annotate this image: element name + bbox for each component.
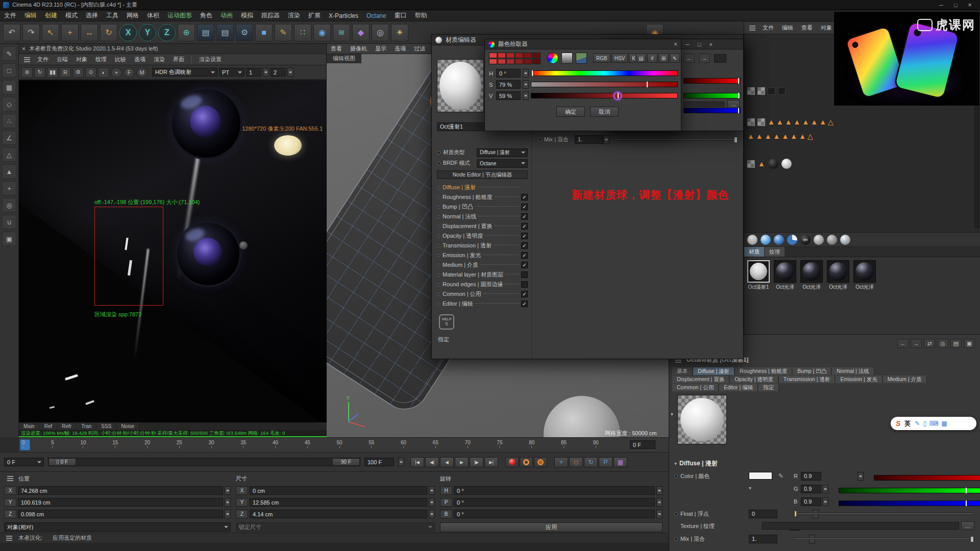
lv-pick-material-icon[interactable]: ◐ (98, 67, 109, 78)
coordinate-stepper[interactable] (429, 510, 435, 518)
keyboard-icon[interactable]: ⌨ (929, 420, 938, 427)
coordinate-stepper[interactable] (225, 498, 231, 507)
apply-button[interactable]: 应用 (440, 522, 663, 532)
coordinate-stepper[interactable] (429, 498, 435, 507)
x-axis-lock[interactable]: X (119, 24, 137, 41)
lv-region-icon[interactable]: R (60, 67, 71, 78)
选项[interactable]: 选项 (390, 44, 410, 54)
texture-tag-icon[interactable] (757, 118, 765, 126)
coordinate-input[interactable]: 74.268 cm (18, 486, 223, 495)
polygon-tag-icon[interactable]: ▲ (785, 118, 792, 126)
axis-chip[interactable]: B (440, 510, 452, 518)
指定[interactable]: 指定 (758, 384, 779, 391)
color-swatch[interactable] (498, 59, 506, 64)
timeline-current-field[interactable]: 0 F (630, 440, 655, 449)
samples-field-1[interactable]: 1 (246, 68, 261, 77)
prev-frame-button[interactable]: ◀ (440, 457, 454, 467)
选项[interactable]: 选项 (130, 55, 150, 64)
channel-checkbox[interactable]: ✓ (521, 223, 528, 230)
Noise[interactable]: Noise (116, 423, 139, 430)
Medium | 介质[interactable]: Medium | 介质 ✓ (437, 260, 528, 270)
add-cube-icon[interactable]: ■ (255, 24, 273, 41)
网格[interactable]: 网格 (122, 10, 143, 21)
spline-pen-icon[interactable]: ✎ (275, 24, 292, 41)
rotate-tool-icon[interactable]: ↻ (100, 24, 117, 41)
polygon-tag-icon[interactable]: ▲ (776, 118, 783, 126)
scale-tool-icon[interactable]: ↔ (81, 24, 98, 41)
coordinate-stepper[interactable] (225, 486, 231, 495)
polygon-tag-icon[interactable]: △ (807, 132, 813, 140)
Round edges | 圆滑边缘[interactable]: Round edges | 圆滑边缘 (437, 280, 528, 289)
channel-checkbox[interactable]: ✓ (521, 262, 528, 268)
prev-key-button[interactable]: ◀| (425, 457, 439, 467)
Transmission | 透射[interactable]: Transmission | 透射 (779, 375, 836, 383)
texture-tag-icon[interactable] (747, 160, 755, 168)
polygons-mode-icon[interactable]: △ (2, 147, 16, 162)
axis-chip[interactable]: Y (236, 498, 248, 507)
g-slider[interactable] (839, 488, 980, 493)
light-icon[interactable]: ☀ (391, 24, 408, 41)
object-mode-select[interactable]: 对象(相对) (4, 522, 231, 532)
color-picker-titlebar[interactable]: 颜色拾取器 × (485, 39, 681, 49)
texture-tag-icon[interactable] (757, 87, 765, 95)
preview-range-slider[interactable]: 0 F 90 F (48, 458, 360, 466)
tweak-mode-icon[interactable]: ▲ (2, 164, 16, 179)
image-icon[interactable] (576, 53, 587, 64)
cancel-button[interactable]: 取消 (590, 107, 619, 117)
b-stepper[interactable] (822, 497, 828, 506)
channel-checkbox[interactable] (521, 281, 528, 288)
redo-icon[interactable]: ↷ (22, 24, 40, 41)
b-value-field[interactable]: 0.9 (801, 497, 821, 506)
polygon-tag-icon[interactable]: △ (828, 118, 834, 126)
preset-mix-sphere[interactable]: MIX (800, 235, 811, 245)
green-channel-bar[interactable] (683, 93, 741, 98)
preset-matte-sphere[interactable] (814, 235, 824, 245)
keyframe-preset-button[interactable] (534, 457, 547, 467)
lv-settings-icon[interactable]: ⚙ (72, 67, 84, 78)
record-scale-toggle[interactable]: □ (569, 457, 583, 467)
attribute-material-preview[interactable] (677, 395, 727, 444)
mix-slider[interactable] (614, 138, 738, 140)
search-icon[interactable]: ◎ (937, 339, 948, 348)
Main[interactable]: Main (19, 423, 40, 430)
Editor | 编辑[interactable]: Editor | 编辑 ✓ (437, 299, 528, 309)
model-mode-icon[interactable]: □ (2, 63, 16, 78)
SSS[interactable]: SSS (96, 423, 116, 430)
coordinate-stepper[interactable] (656, 510, 663, 518)
mix-slider[interactable] (794, 538, 974, 540)
编辑[interactable]: 编辑 (778, 23, 797, 33)
Displacement | 置换[interactable]: Displacement | 置换 ✓ (437, 221, 528, 231)
Oct光泽[interactable]: Oct光泽 (826, 260, 850, 291)
云端[interactable]: 云端 (53, 55, 72, 64)
帮助[interactable]: 帮助 (411, 10, 431, 21)
lock-icon[interactable]: ▣ (964, 339, 975, 348)
next-frame-button[interactable]: |▶ (470, 457, 483, 467)
文件[interactable]: 文件 (758, 23, 778, 33)
查看[interactable]: 查看 (797, 23, 817, 33)
attribute-menu-icon[interactable] (675, 360, 681, 361)
coordinate-input[interactable]: 0 ° (454, 510, 655, 518)
dialog-minimize-button[interactable]: ─ (685, 41, 690, 47)
record-rotation-toggle[interactable]: ↻ (584, 457, 598, 467)
channel-checkbox[interactable]: ✓ (521, 252, 528, 259)
Octane[interactable]: Octane (362, 11, 390, 20)
polygon-tag-icon[interactable]: ▲ (765, 132, 772, 140)
current-frame-field[interactable]: 0 F (4, 458, 44, 466)
color-swatch[interactable] (515, 59, 523, 64)
preset-glass-sphere[interactable] (761, 235, 771, 245)
RGB[interactable]: RGB (593, 54, 610, 63)
goto-start-button[interactable]: |◀ (410, 457, 424, 467)
preset-default-sphere[interactable] (747, 235, 757, 245)
渲染[interactable]: 渲染 (150, 55, 169, 64)
lv-pause-icon[interactable]: ▮▮ (47, 67, 58, 78)
s-stepper[interactable] (523, 80, 529, 89)
Displacement | 置换[interactable]: Displacement | 置换 (672, 375, 729, 383)
材质[interactable]: 材质 (744, 247, 765, 257)
pen-icon[interactable]: ✎ (915, 420, 920, 427)
record-pla-toggle[interactable]: ▦ (614, 457, 627, 467)
扩展[interactable]: 扩展 (304, 10, 325, 21)
体积[interactable]: 体积 (143, 10, 163, 21)
Common | 公用[interactable]: Common | 公用 ✓ (437, 289, 528, 299)
minimize-button[interactable]: ─ (934, 2, 948, 8)
color-swatch[interactable] (506, 53, 514, 58)
